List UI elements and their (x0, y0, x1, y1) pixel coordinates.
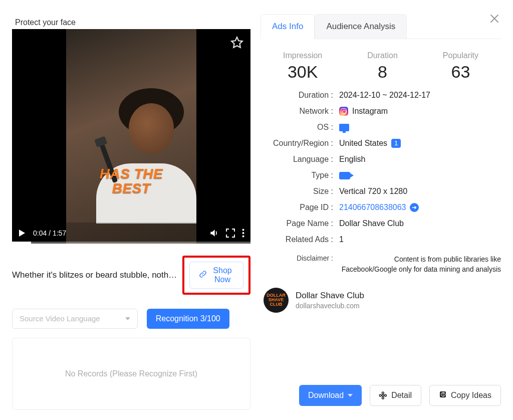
value-language: English (339, 155, 365, 164)
shop-now-label: Shop Now (211, 266, 234, 284)
value-size: Vertical 720 x 1280 (339, 187, 407, 196)
desktop-icon (339, 124, 349, 131)
value-pageid[interactable]: 214066708638063 (339, 203, 406, 212)
advertiser-avatar[interactable]: DOLLAR SHAVE CLUB (264, 288, 289, 313)
ad-title: Protect your face (15, 18, 250, 27)
svg-point-4 (242, 235, 244, 237)
cta-highlight: Shop Now (182, 256, 250, 295)
label-type: Type : (261, 171, 333, 180)
tab-audience[interactable]: Audience Analysis (315, 14, 407, 39)
stat-impression: Impression 30K (283, 51, 322, 82)
label-pageid: Page ID : (261, 203, 333, 212)
close-icon[interactable] (490, 14, 499, 25)
volume-icon[interactable] (209, 228, 219, 238)
detail-button[interactable]: ⌘ Detail (370, 385, 421, 406)
svg-point-2 (242, 229, 244, 231)
label-language: Language : (261, 155, 333, 164)
copy-ideas-button[interactable]: Ⓣ Copy Ideas (429, 385, 501, 406)
video-overlay-text: HAS THE BEST (66, 166, 196, 196)
recognition-button[interactable]: Recognition 3/100 (147, 309, 229, 329)
tab-ads-info[interactable]: Ads Info (261, 14, 315, 39)
video-type-icon (339, 172, 350, 179)
value-related: 1 (339, 235, 344, 244)
value-network: Instagram (352, 107, 388, 116)
value-disclaimer: Content is from public libraries like Fa… (339, 254, 501, 275)
more-icon[interactable] (242, 229, 244, 238)
chevron-down-icon (125, 317, 130, 320)
video-player[interactable]: HAS THE BEST 0:04 / 1:57 (12, 29, 250, 244)
value-pagename: Dollar Shave Club (339, 219, 404, 228)
favorite-star-icon[interactable] (230, 36, 243, 51)
fullscreen-icon[interactable] (226, 229, 235, 238)
advertiser-url[interactable]: dollarshaveclub.com (296, 302, 364, 310)
video-controls: 0:04 / 1:57 (12, 223, 250, 244)
video-progress[interactable] (12, 242, 250, 244)
source-language-placeholder: Source Video Language (20, 314, 100, 323)
label-related: Related Ads : (261, 235, 333, 244)
label-country: Country/Region : (261, 139, 333, 148)
tabs: Ads Info Audience Analysis (261, 14, 501, 39)
open-page-icon[interactable]: ➜ (410, 203, 419, 212)
link-icon: ⌘ (377, 389, 390, 402)
video-time: 0:04 / 1:57 (33, 229, 66, 237)
svg-marker-0 (231, 37, 242, 48)
svg-text:Ⓣ: Ⓣ (441, 392, 445, 397)
advertiser-name[interactable]: Dollar Shave Club (296, 291, 364, 301)
label-pagename: Page Name : (261, 219, 333, 228)
country-count-badge: 1 (391, 139, 401, 148)
label-os: OS : (261, 123, 333, 132)
download-button[interactable]: Download (299, 385, 362, 406)
shop-now-button[interactable]: Shop Now (189, 262, 243, 289)
ad-caption: Whether it's blitzes or beard stubble, n… (12, 270, 177, 280)
video-still: HAS THE BEST (66, 29, 196, 244)
svg-marker-1 (19, 230, 25, 237)
link-icon (199, 270, 207, 280)
value-country: United States (339, 139, 387, 148)
video-subject (91, 83, 189, 224)
value-duration: 2024-12-10 ~ 2024-12-17 (339, 91, 430, 100)
source-language-select[interactable]: Source Video Language (12, 309, 138, 329)
label-network: Network : (261, 107, 333, 116)
stat-popularity: Popularity 63 (443, 51, 478, 82)
stat-duration: Duration 8 (367, 51, 397, 82)
svg-point-3 (242, 232, 244, 234)
label-duration: Duration : (261, 91, 333, 100)
play-button[interactable] (18, 229, 26, 237)
label-size: Size : (261, 187, 333, 196)
records-empty: No Records (Please Recognize First) (12, 338, 250, 410)
copy-icon: Ⓣ (439, 390, 447, 400)
chevron-down-icon (348, 394, 353, 397)
instagram-icon (339, 107, 348, 116)
label-disclaimer: Disclaimer : (261, 254, 333, 275)
